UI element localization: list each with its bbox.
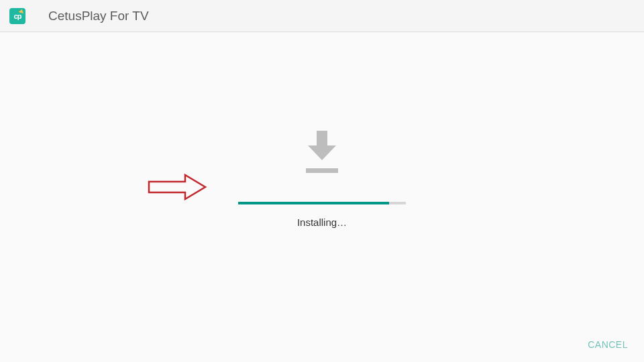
status-text: Installing…	[297, 217, 347, 228]
cancel-button[interactable]: CANCEL	[588, 339, 628, 350]
app-icon-text: cp	[14, 12, 21, 20]
progress-bar	[238, 202, 406, 204]
pointer-arrow-annotation	[148, 174, 208, 203]
progress-fill	[238, 202, 389, 204]
app-title: CetusPlay For TV	[48, 9, 149, 23]
download-icon	[305, 131, 339, 180]
svg-marker-0	[308, 131, 336, 160]
install-panel: Installing…	[238, 131, 406, 228]
app-icon: cp	[9, 8, 25, 24]
svg-rect-1	[306, 168, 338, 173]
header-bar: cp CetusPlay For TV	[0, 0, 644, 32]
